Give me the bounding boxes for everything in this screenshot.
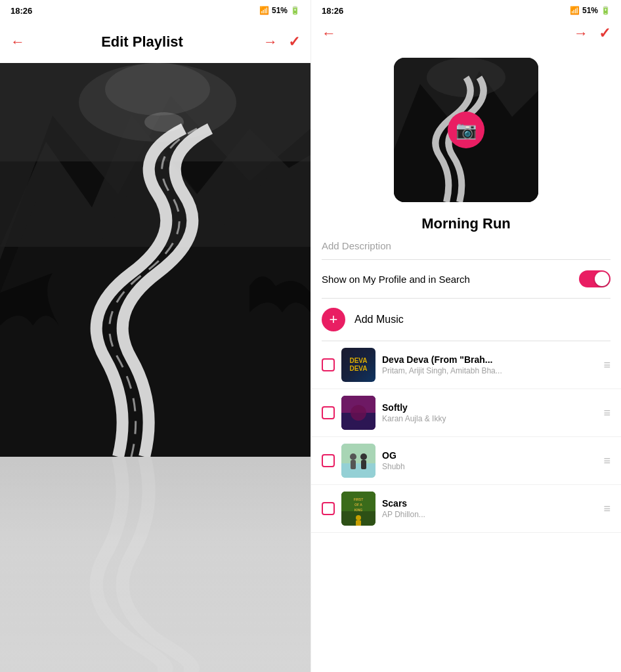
track-title-2: Softly — [382, 402, 597, 413]
add-description-field[interactable]: Add Description — [311, 235, 621, 259]
reflection-svg — [0, 457, 310, 672]
mountain-road-svg — [0, 63, 310, 457]
toggle-label: Show on My Profile and in Search — [322, 274, 470, 285]
svg-text:KING: KING — [354, 508, 363, 512]
right-wifi-icon: 📶 — [570, 6, 580, 15]
left-page-title: Edit Playlist — [37, 33, 247, 51]
add-music-button[interactable]: + — [322, 308, 345, 331]
track-artist-4: AP Dhillon... — [382, 510, 597, 519]
drag-handle-4[interactable]: ≡ — [603, 502, 610, 516]
right-back-button[interactable]: ← — [322, 25, 348, 42]
track-checkbox-4[interactable] — [322, 502, 335, 515]
svg-point-7 — [144, 112, 184, 132]
track-thumbnail-2 — [341, 396, 375, 430]
svg-point-15 — [351, 405, 366, 421]
add-music-label: Add Music — [354, 314, 404, 326]
left-status-icons: 📶 51% 🔋 — [259, 6, 300, 15]
camera-button[interactable]: 📷 — [448, 112, 484, 148]
svg-text:FIRST: FIRST — [354, 497, 363, 501]
svg-point-12 — [427, 58, 505, 97]
track-thumbnail-4: FIRST OF A KING — [341, 492, 375, 526]
playlist-thumbnail: 📷 — [394, 58, 538, 202]
right-time: 18:26 — [322, 6, 343, 16]
drag-handle-3[interactable]: ≡ — [603, 454, 610, 468]
track-thumbnail-3 — [341, 444, 375, 478]
show-profile-toggle[interactable] — [579, 270, 610, 287]
left-time: 18:26 — [11, 6, 32, 16]
track-info-4: Scars AP Dhillon... — [382, 498, 597, 519]
playlist-image-container: 📷 — [311, 50, 621, 207]
track-title-1: Deva Deva (From "Brah... — [382, 354, 597, 365]
right-panel: 18:26 📶 51% 🔋 ← → ✓ 📷 M — [310, 0, 621, 672]
right-status-icons: 📶 51% 🔋 — [570, 6, 610, 15]
right-check-area: → ✓ — [558, 25, 610, 42]
right-arrow-icon: → — [574, 25, 588, 42]
svg-rect-19 — [351, 460, 356, 469]
svg-point-20 — [360, 453, 367, 460]
left-check-button[interactable]: ✓ — [288, 33, 300, 51]
toggle-row: Show on My Profile and in Search — [311, 260, 621, 298]
left-panel: 18:26 📶 51% 🔋 ← Edit Playlist → ✓ — [0, 0, 310, 672]
track-artist-2: Karan Aujla & Ikky — [382, 414, 597, 423]
track-artist-1: Pritam, Arijit Singh, Amitabh Bha... — [382, 366, 597, 375]
drag-handle-1[interactable]: ≡ — [603, 358, 610, 372]
playlist-name[interactable]: Morning Run — [311, 207, 621, 235]
table-row: DEVADEVA Deva Deva (From "Brah... Pritam… — [311, 341, 621, 389]
left-back-button[interactable]: ← — [11, 33, 37, 51]
toggle-knob — [595, 272, 609, 286]
drag-handle-2[interactable]: ≡ — [603, 406, 610, 420]
tracks-list: DEVADEVA Deva Deva (From "Brah... Pritam… — [311, 341, 621, 672]
table-row: FIRST OF A KING Scars AP Dhillon... ≡ — [311, 485, 621, 533]
right-battery-icon: 🔋 — [601, 6, 610, 15]
wifi-icon: 📶 — [259, 6, 269, 15]
add-music-row: + Add Music — [311, 299, 621, 341]
track-title-4: Scars — [382, 498, 597, 509]
svg-point-27 — [356, 515, 361, 520]
svg-point-18 — [350, 453, 356, 460]
svg-rect-28 — [356, 520, 361, 526]
svg-rect-17 — [341, 463, 375, 478]
right-check-button[interactable]: ✓ — [599, 25, 610, 42]
battery-icon: 🔋 — [290, 6, 300, 15]
svg-rect-21 — [361, 460, 366, 469]
table-row: Softly Karan Aujla & Ikky ≡ — [311, 389, 621, 437]
track-artist-3: Shubh — [382, 462, 597, 471]
right-battery-text: 51% — [582, 6, 598, 15]
svg-rect-9 — [0, 457, 310, 672]
track-title-3: OG — [382, 450, 597, 461]
left-main-image — [0, 63, 310, 457]
left-arrow-icon: → — [263, 33, 278, 51]
left-status-bar: 18:26 📶 51% 🔋 — [0, 0, 310, 21]
right-header: ← → ✓ — [311, 21, 621, 50]
reflection-area — [0, 457, 310, 672]
svg-point-6 — [105, 63, 210, 116]
track-info-2: Softly Karan Aujla & Ikky — [382, 402, 597, 423]
table-row: OG Shubh ≡ — [311, 437, 621, 485]
left-check-area: → ✓ — [247, 33, 300, 51]
svg-text:OF A: OF A — [354, 503, 362, 507]
track-checkbox-1[interactable] — [322, 358, 335, 371]
right-status-bar: 18:26 📶 51% 🔋 — [311, 0, 621, 21]
track-checkbox-2[interactable] — [322, 406, 335, 419]
left-header: ← Edit Playlist → ✓ — [0, 21, 310, 63]
track-thumbnail-1: DEVADEVA — [341, 348, 375, 382]
battery-text: 51% — [272, 6, 288, 15]
track-info-3: OG Shubh — [382, 450, 597, 471]
track-checkbox-3[interactable] — [322, 454, 335, 467]
track-info-1: Deva Deva (From "Brah... Pritam, Arijit … — [382, 354, 597, 375]
